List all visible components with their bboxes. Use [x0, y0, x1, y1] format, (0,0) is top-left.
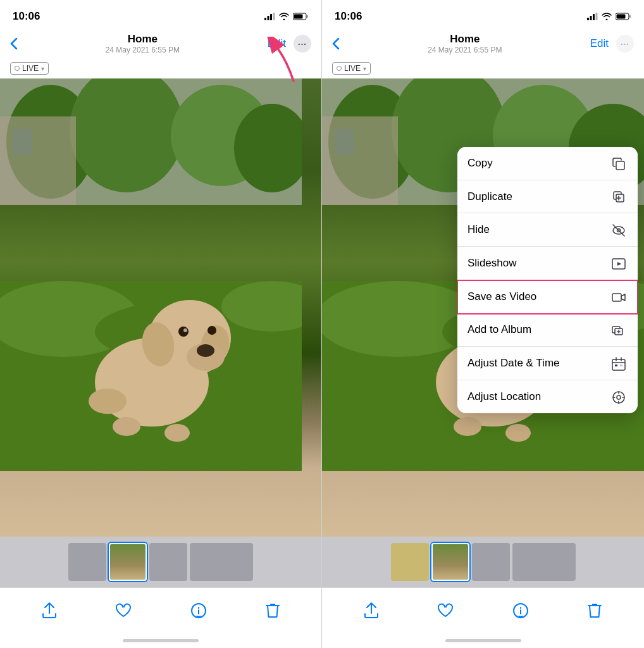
photo-background: [0, 78, 302, 471]
more-button-right[interactable]: ···: [616, 35, 634, 53]
svg-rect-35: [596, 13, 598, 20]
thumb-gray-right-3[interactable]: [512, 543, 576, 581]
signal-icon-right: [587, 13, 598, 20]
svg-rect-34: [593, 14, 595, 20]
home-indicator-left: [0, 633, 321, 648]
thumb-gray-left-2[interactable]: [149, 543, 187, 581]
edit-button-right[interactable]: Edit: [590, 37, 609, 50]
svg-rect-61: [616, 161, 624, 170]
svg-rect-32: [587, 18, 589, 20]
svg-point-26: [207, 326, 216, 335]
nav-actions-left: Edit ···: [268, 35, 311, 53]
svg-rect-44: [322, 116, 398, 205]
home-bar-right: [445, 639, 521, 642]
duplicate-icon: [610, 189, 628, 204]
status-icons-left: [264, 13, 309, 20]
svg-point-25: [178, 327, 189, 337]
svg-rect-81: [620, 364, 622, 366]
svg-rect-38: [617, 15, 626, 19]
svg-rect-0: [264, 18, 266, 20]
svg-point-28: [113, 417, 140, 436]
share-button-right[interactable]: [364, 602, 378, 619]
info-button-right[interactable]: [512, 602, 529, 619]
time-right: 10:06: [335, 10, 362, 23]
nav-title-right: Home: [428, 33, 502, 46]
thumb-selected-left[interactable]: [109, 543, 147, 581]
menu-item-slideshow-label: Slideshow: [468, 257, 517, 270]
nav-subtitle-right: 24 May 2021 6:55 PM: [428, 46, 502, 54]
heart-button-left[interactable]: [115, 603, 132, 618]
share-button-left[interactable]: [42, 602, 56, 619]
svg-point-59: [454, 417, 481, 436]
thumb-strip-left: [0, 537, 321, 587]
nav-actions-right: Edit ···: [590, 35, 634, 53]
menu-item-add-album[interactable]: Add to Album: [457, 314, 638, 347]
heart-button-right[interactable]: [437, 603, 454, 618]
copy-icon: [610, 156, 628, 171]
live-badge-right[interactable]: LIVE ▾: [332, 62, 371, 75]
svg-rect-3: [273, 13, 275, 20]
right-phone: 10:06 Home 24: [322, 0, 644, 648]
thumb-selected-right[interactable]: [431, 543, 469, 581]
menu-item-save-video[interactable]: Save as Video: [457, 280, 638, 314]
battery-icon: [293, 13, 309, 20]
svg-marker-70: [617, 262, 621, 266]
more-button-left[interactable]: ···: [294, 35, 311, 53]
menu-item-adjust-date[interactable]: Adjust Date & Time: [457, 347, 638, 380]
nav-bar-right: Home 24 May 2021 6:55 PM Edit ···: [322, 28, 644, 59]
nav-subtitle-left: 24 May 2021 6:55 PM: [106, 46, 180, 54]
trash-button-right[interactable]: [588, 602, 602, 619]
nav-title-group-right: Home 24 May 2021 6:55 PM: [428, 33, 502, 54]
svg-rect-6: [294, 15, 303, 19]
svg-rect-33: [590, 16, 592, 20]
signal-icon: [264, 13, 275, 20]
wifi-icon: [279, 13, 289, 20]
menu-item-copy[interactable]: Copy: [457, 147, 638, 180]
svg-point-30: [89, 389, 127, 414]
trash-button-left[interactable]: [266, 602, 280, 619]
live-bar-left: LIVE ▾: [0, 59, 321, 78]
left-phone: 10:06 Home 24: [0, 0, 322, 648]
back-button-left[interactable]: [10, 37, 18, 50]
add-album-icon: [610, 323, 628, 338]
svg-rect-5: [307, 15, 308, 18]
svg-point-27: [183, 328, 187, 332]
thumb-gray-right-2[interactable]: [472, 543, 510, 581]
svg-point-24: [197, 344, 214, 357]
status-icons-right: [587, 13, 631, 20]
menu-item-copy-label: Copy: [468, 157, 493, 170]
save-video-icon: [610, 289, 628, 304]
menu-item-slideshow[interactable]: Slideshow: [457, 247, 638, 280]
svg-point-60: [505, 424, 531, 442]
photo-area-right: Copy Duplicate Hide Slides: [322, 78, 644, 537]
status-bar-right: 10:06: [322, 0, 644, 28]
svg-rect-37: [629, 15, 631, 18]
adjust-date-icon: [610, 356, 628, 371]
thumb-gray-left-1[interactable]: [68, 543, 106, 581]
hide-icon: [610, 222, 628, 237]
photo-area-left: [0, 78, 321, 537]
live-bar-right: LIVE ▾: [322, 59, 644, 78]
thumb-gray-right-1[interactable]: [391, 543, 429, 581]
live-dot-right: [337, 66, 342, 71]
home-indicator-right: [322, 633, 644, 648]
menu-item-duplicate[interactable]: Duplicate: [457, 180, 638, 214]
live-badge-left[interactable]: LIVE ▾: [10, 62, 49, 75]
status-bar-left: 10:06: [0, 0, 321, 28]
svg-rect-14: [13, 129, 32, 154]
thumb-gray-left-3[interactable]: [190, 543, 253, 581]
svg-rect-2: [270, 14, 272, 20]
menu-item-add-album-label: Add to Album: [468, 323, 531, 336]
slideshow-icon: [610, 256, 628, 271]
nav-title-group-left: Home 24 May 2021 6:55 PM: [106, 33, 180, 54]
back-button-right[interactable]: [332, 37, 340, 50]
menu-item-adjust-location[interactable]: Adjust Location: [457, 380, 638, 413]
edit-button-left[interactable]: Edit: [268, 37, 286, 50]
menu-item-save-video-label: Save as Video: [468, 290, 536, 303]
menu-item-hide-label: Hide: [468, 223, 490, 236]
svg-rect-76: [612, 359, 625, 370]
menu-item-hide[interactable]: Hide: [457, 213, 638, 247]
info-button-left[interactable]: [190, 602, 207, 619]
photo-bg-left: [0, 78, 321, 537]
svg-rect-80: [615, 364, 617, 366]
